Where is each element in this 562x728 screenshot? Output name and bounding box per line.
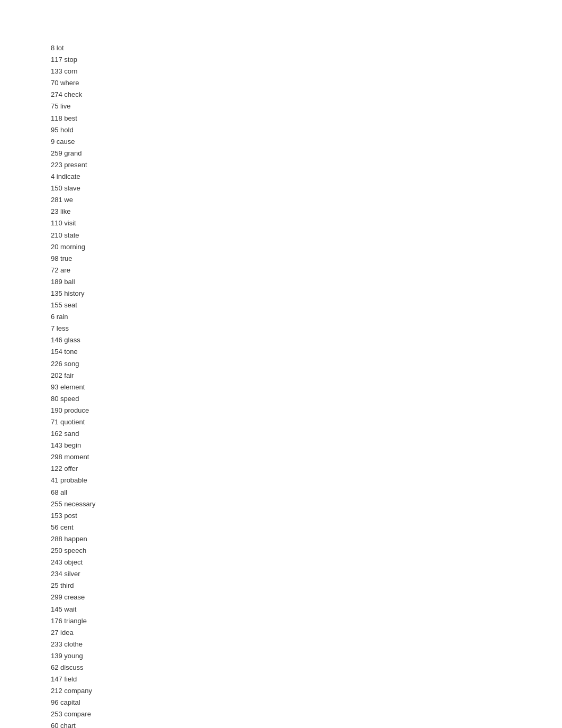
item-word: hold — [58, 126, 73, 134]
item-word: clothe — [62, 640, 83, 648]
item-word: young — [62, 652, 83, 660]
item-word: speed — [58, 395, 79, 403]
item-word: indicate — [55, 172, 80, 180]
item-number: 98 — [51, 254, 58, 262]
item-word: live — [58, 102, 70, 110]
item-number: 234 — [51, 570, 62, 578]
item-number: 135 — [51, 289, 62, 297]
item-word: visit — [62, 219, 76, 227]
item-word: quotient — [58, 418, 85, 426]
list-item: 250 speech — [51, 545, 562, 557]
item-word: we — [62, 196, 73, 204]
item-word: less — [55, 324, 69, 332]
item-word: state — [62, 231, 79, 239]
list-item: 62 discuss — [51, 662, 562, 674]
item-number: 298 — [51, 453, 62, 461]
list-item: 299 crease — [51, 592, 562, 603]
list-item: 23 like — [51, 206, 562, 217]
item-number: 80 — [51, 395, 58, 403]
list-item: 8 lot — [51, 42, 562, 54]
item-number: 147 — [51, 675, 62, 683]
item-word: wait — [62, 605, 77, 613]
list-item: 135 history — [51, 288, 562, 299]
item-word: discuss — [58, 663, 83, 671]
item-word: idea — [58, 629, 73, 636]
list-item: 153 post — [51, 510, 562, 522]
item-word: seat — [62, 301, 77, 309]
list-item: 118 best — [51, 113, 562, 124]
item-word: song — [62, 360, 79, 368]
item-word: cent — [58, 523, 73, 531]
list-item: 41 probable — [51, 475, 562, 486]
list-item: 98 true — [51, 253, 562, 265]
list-item: 226 song — [51, 358, 562, 370]
item-word: like — [58, 207, 70, 215]
item-word: offer — [62, 465, 78, 472]
item-word: company — [62, 687, 92, 695]
item-word: element — [58, 383, 85, 391]
list-item: 143 begin — [51, 440, 562, 451]
item-number: 122 — [51, 465, 62, 472]
item-number: 96 — [51, 698, 58, 706]
list-item: 162 sand — [51, 428, 562, 440]
list-item: 122 offer — [51, 463, 562, 475]
list-item: 70 where — [51, 77, 562, 89]
item-word: all — [58, 488, 67, 496]
item-number: 75 — [51, 102, 58, 110]
item-word: rain — [55, 313, 68, 321]
item-number: 243 — [51, 558, 62, 566]
list-item: 146 glass — [51, 334, 562, 346]
item-number: 72 — [51, 266, 58, 274]
item-word: present — [62, 161, 87, 169]
list-item: 212 company — [51, 685, 562, 697]
list-item: 20 morning — [51, 241, 562, 253]
list-item: 298 moment — [51, 451, 562, 463]
item-word: third — [58, 581, 74, 589]
item-word: stop — [62, 56, 77, 63]
item-word: glass — [62, 336, 80, 344]
item-number: 202 — [51, 371, 62, 379]
list-item: 68 all — [51, 487, 562, 498]
item-number: 155 — [51, 301, 62, 309]
list-item: 7 less — [51, 323, 562, 334]
item-word: begin — [62, 441, 81, 449]
item-word: crease — [62, 593, 85, 601]
item-number: 110 — [51, 219, 62, 227]
list-item: 117 stop — [51, 54, 562, 66]
item-number: 288 — [51, 535, 62, 543]
item-number: 71 — [51, 418, 58, 426]
item-word: corn — [62, 67, 78, 75]
item-number: 253 — [51, 710, 62, 718]
list-item: 71 quotient — [51, 416, 562, 428]
item-number: 223 — [51, 161, 62, 169]
list-item: 150 slave — [51, 183, 562, 194]
item-number: 68 — [51, 488, 58, 496]
item-word: cause — [55, 138, 75, 145]
list-item: 233 clothe — [51, 639, 562, 650]
list-item: 60 chart — [51, 720, 562, 728]
item-word: lot — [55, 44, 64, 52]
list-item: 223 present — [51, 159, 562, 171]
list-item: 288 happen — [51, 533, 562, 545]
list-item: 253 compare — [51, 708, 562, 720]
item-word: tone — [62, 348, 78, 356]
list-item: 56 cent — [51, 522, 562, 533]
item-number: 212 — [51, 687, 62, 695]
item-word: triangle — [62, 617, 87, 625]
item-word: speech — [62, 547, 87, 554]
item-number: 20 — [51, 243, 58, 251]
list-item: 202 fair — [51, 370, 562, 381]
list-item: 190 produce — [51, 405, 562, 416]
item-number: 162 — [51, 430, 62, 438]
item-number: 233 — [51, 640, 62, 648]
item-word: moment — [62, 453, 89, 461]
item-number: 145 — [51, 605, 62, 613]
list-item: 9 cause — [51, 136, 562, 148]
list-item: 72 are — [51, 265, 562, 276]
list-item: 210 state — [51, 230, 562, 241]
item-word: object — [62, 558, 83, 566]
item-number: 150 — [51, 184, 62, 192]
word-list: 8 lot117 stop133 corn70 where274 check75… — [51, 42, 562, 728]
item-number: 60 — [51, 722, 58, 728]
item-number: 176 — [51, 617, 62, 625]
